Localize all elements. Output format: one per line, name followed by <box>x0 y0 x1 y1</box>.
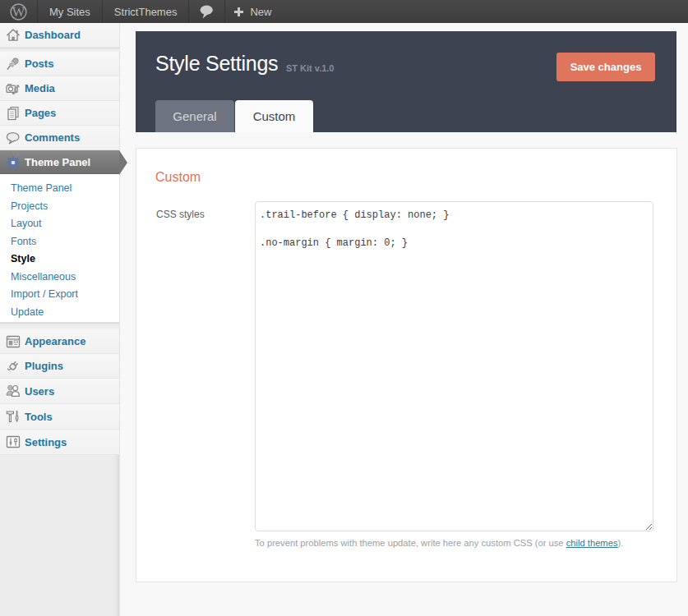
svg-text:W: W <box>12 4 25 20</box>
